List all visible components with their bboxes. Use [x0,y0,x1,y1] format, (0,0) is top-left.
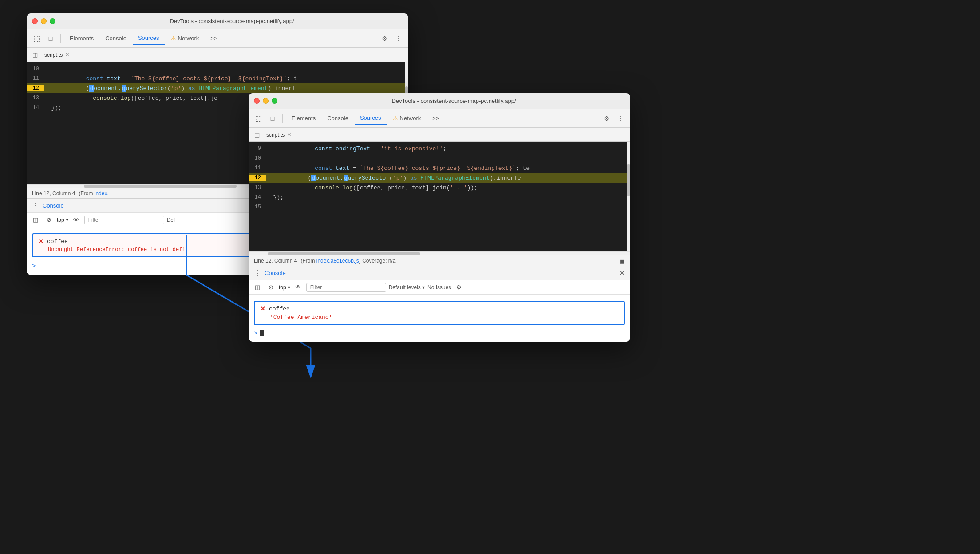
maximize-button-front[interactable] [272,98,277,104]
file-tab-name-back: script.ts [44,52,63,58]
console-dots-back[interactable]: ⋮ [32,201,39,210]
title-bar-front: DevTools - consistent-source-map-pc.netl… [249,93,630,109]
file-tab-close-front[interactable]: ✕ [287,132,291,138]
maximize-button-back[interactable] [50,18,55,24]
code-line-13-front: 13 console.log([coffee, price, text].joi… [249,183,630,193]
file-tab-script-front[interactable]: script.ts ✕ [262,128,296,141]
console-title-back[interactable]: Console [43,202,64,209]
file-tab-name-front: script.ts [266,132,285,138]
tab-console-back[interactable]: Console [100,32,132,44]
h-scrollbar-thumb-back [84,185,237,188]
from-source-front: (From index.a8c1ec6b.js) Coverage: n/a [300,258,395,264]
settings-icon-back[interactable]: ⚙ [378,32,391,45]
devtools-toolbar-front: ⬚ □ Elements Console Sources ⚠ Network >… [249,109,630,128]
status-bar-front: Line 12, Column 4 (From index.a8c1ec6b.j… [249,255,630,266]
console-dots-front[interactable]: ⋮ [254,269,261,277]
inspect-icon-back[interactable]: ⬚ [30,32,43,45]
error-x-icon-back: ✕ [38,238,43,245]
toolbar-divider-1 [60,34,61,43]
console-sidebar-btn-front[interactable]: ◫ [252,282,263,293]
tab-network-front[interactable]: ⚠ Network [387,112,427,124]
tab-sources-back[interactable]: Sources [133,32,165,45]
minimize-button-back[interactable] [41,18,47,24]
toolbar-right-front: ⚙ ⋮ [600,112,627,125]
tab-sources-front[interactable]: Sources [355,112,387,125]
tab-more-back[interactable]: >> [205,32,222,44]
code-editor-front[interactable]: 9 const endingText = 'it is expensive!';… [249,142,630,251]
title-bar-back: DevTools - consistent-source-map-pc.netl… [27,13,408,29]
prompt-cursor [260,330,264,336]
console-default-levels-front[interactable]: Default levels ▾ [389,284,425,291]
console-title-front[interactable]: Console [265,270,286,276]
console-header-front: ⋮ Console ✕ [249,266,630,280]
success-value-front: 'Coffee Americano' [260,314,619,321]
tab-bar-front: Elements Console Sources ⚠ Network >> [286,112,444,125]
code-line-15-front: 15 [249,202,630,212]
tab-elements-back[interactable]: Elements [64,32,99,44]
coverage-icon[interactable]: ▣ [619,257,625,264]
console-top-selector-back[interactable]: top ▾ [57,217,68,223]
source-link-front[interactable]: index.a8c1ec6b.js [316,258,359,264]
tab-console-front[interactable]: Console [322,112,354,124]
success-box-front: ✕ coffee 'Coffee Americano' [254,301,625,325]
console-toolbar-front: ◫ ⊘ top ▾ 👁 Default levels ▾ No Issues ⚙ [249,280,630,295]
sidebar-toggle-front[interactable]: ◫ [252,130,262,140]
devtools-window-front: DevTools - consistent-source-map-pc.netl… [249,93,630,342]
sidebar-icon-back: ◫ [32,51,38,58]
source-link-back[interactable]: index. [95,190,109,196]
sidebar-icon-front: ◫ [254,131,260,138]
minimize-button-front[interactable] [263,98,269,104]
device-icon-back[interactable]: □ [44,32,57,45]
file-tab-script-back[interactable]: script.ts ✕ [40,48,74,62]
console-def-levels-back[interactable]: Def [167,217,175,223]
console-prompt-front: > [249,328,630,338]
sidebar-toggle-back[interactable]: ◫ [30,50,40,60]
v-scrollbar-front[interactable] [627,142,630,251]
console-clear-btn-front[interactable]: ⊘ [265,282,276,293]
cursor-position-front: Line 12, Column 4 [254,258,297,264]
console-close-btn-front[interactable]: ✕ [619,269,625,277]
file-tab-bar-back: ◫ script.ts ✕ [27,48,408,62]
console-eye-btn-back[interactable]: 👁 [71,215,82,225]
toolbar-right-back: ⚙ ⋮ [378,32,405,45]
network-warning-icon-front: ⚠ [393,115,398,122]
window-title-back: DevTools - consistent-source-map-pc.netl… [61,18,403,24]
more-icon-front[interactable]: ⋮ [614,112,627,125]
file-tab-bar-front: ◫ script.ts ✕ [249,128,630,142]
console-top-selector-front[interactable]: top ▾ [279,284,290,291]
h-scrollbar-thumb-front [268,252,420,255]
tab-more-front[interactable]: >> [427,112,444,124]
console-filter-input-back[interactable] [84,216,164,224]
cursor-position-back: Line 12, Column 4 [32,190,75,196]
console-eye-btn-front[interactable]: 👁 [293,282,304,293]
coverage-panel-icon: ▣ [619,257,625,264]
code-area-wrapper-front: 9 const endingText = 'it is expensive!';… [249,142,630,255]
v-scrollbar-thumb-front [627,164,630,196]
tab-network-back[interactable]: ⚠ Network [166,32,205,44]
tab-bar-back: Elements Console Sources ⚠ Network >> [64,32,222,45]
top-dropdown-arrow-back: ▾ [66,217,68,222]
console-filter-input-front[interactable] [306,283,386,292]
default-levels-arrow: ▾ [422,284,425,291]
console-panel-front: ⋮ Console ✕ ◫ ⊘ top ▾ 👁 Default levels ▾… [249,266,630,342]
console-no-issues-front: No Issues [427,284,451,291]
device-icon-front[interactable]: □ [266,112,279,125]
close-button-front[interactable] [254,98,260,104]
console-settings-btn-front[interactable]: ⚙ [454,282,464,293]
console-sidebar-btn-back[interactable]: ◫ [30,215,41,225]
network-warning-icon: ⚠ [171,35,176,42]
file-tab-close-back[interactable]: ✕ [65,52,69,58]
prompt-arrow-icon: > [254,330,257,336]
responsive-icon-front: □ [271,115,274,122]
inspect-icon-front[interactable]: ⬚ [252,112,265,125]
expand-arrow-back[interactable]: > [32,262,36,269]
inspect-element-icon: ⬚ [33,34,40,43]
tab-elements-front[interactable]: Elements [286,112,321,124]
console-clear-btn-back[interactable]: ⊘ [43,215,54,225]
close-button-back[interactable] [32,18,38,24]
h-scrollbar-front[interactable] [249,251,630,255]
settings-icon-front[interactable]: ⚙ [600,112,612,125]
window-title-front: DevTools - consistent-source-map-pc.netl… [283,98,625,104]
more-icon-back[interactable]: ⋮ [392,32,405,45]
traffic-lights-front [254,98,277,104]
